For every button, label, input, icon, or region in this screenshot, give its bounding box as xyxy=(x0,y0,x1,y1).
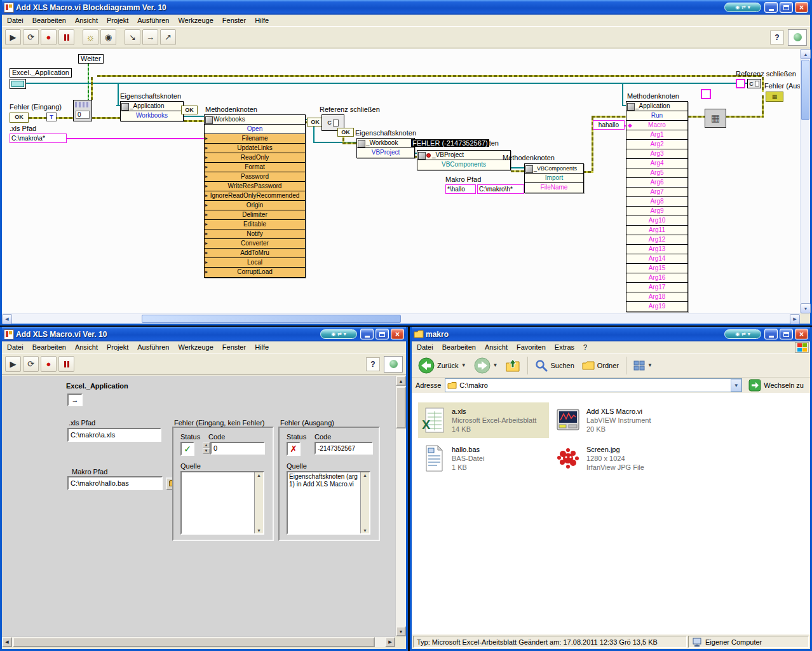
blockdiagram-titlebar[interactable]: Add XLS Macro.vi Blockdiagramm Ver. 10 ◉… xyxy=(2,0,810,15)
menu-item[interactable]: Werkzeuge xyxy=(173,15,217,26)
method-node3-arg-row[interactable]: Arg8 xyxy=(626,197,687,207)
method-node1-param-row[interactable]: Local xyxy=(205,258,305,268)
menu-item[interactable]: Datei xyxy=(3,15,28,26)
textarea-scrollbar[interactable]: ▲▼ xyxy=(254,472,263,533)
abort-button[interactable]: ● xyxy=(41,356,57,372)
menu-item[interactable]: Favoriten xyxy=(512,342,550,353)
retain-wire-values-button[interactable]: ◉ xyxy=(100,29,116,45)
method-node1-class-row[interactable]: Workbooks xyxy=(205,115,305,125)
menu-item[interactable]: Datei xyxy=(412,342,438,353)
scroll-left-arrow[interactable]: ◀ xyxy=(2,314,12,324)
property-node3[interactable]: _VBProject VBComponents xyxy=(417,150,511,170)
excel-application-refnum-control[interactable]: → xyxy=(67,394,83,406)
frontpanel-titlebar[interactable]: Add XLS Macro.vi Ver. 10 ◉⇄▾ × xyxy=(2,327,406,341)
method-node3-arg-row[interactable]: Arg18 xyxy=(626,292,687,302)
method-node1-param-row[interactable]: Password xyxy=(205,172,305,182)
context-help-button[interactable]: ? xyxy=(770,31,784,45)
fehler-free-label[interactable]: FEHLER (-2147352567)ten xyxy=(411,139,499,147)
maximize-button[interactable] xyxy=(780,2,793,13)
weiter-label[interactable]: Weiter xyxy=(78,54,104,64)
close-reference2-node[interactable]: C xyxy=(747,79,761,88)
menu-item[interactable]: Fenster xyxy=(218,342,250,353)
forward-button[interactable]: ▼ xyxy=(471,356,501,375)
method-node3-arg-row[interactable]: Arg11 xyxy=(626,226,687,235)
method-node3-arg-row[interactable]: Arg3 xyxy=(626,149,687,159)
minimize-button[interactable] xyxy=(764,2,778,13)
menu-item[interactable]: Bearbeiten xyxy=(28,15,71,26)
method-node3[interactable]: _Application Run ◆Macro Arg1Arg2Arg3Arg4… xyxy=(626,101,688,312)
method-node1[interactable]: Workbooks Open FilenameUpdateLinksReadOn… xyxy=(204,114,306,278)
method-node3-arg-row[interactable]: Arg5 xyxy=(626,168,687,178)
scroll-down-arrow[interactable]: ▼ xyxy=(396,626,406,636)
method-node3-arg-row[interactable]: Arg16 xyxy=(626,273,687,283)
fehler-ausgang-cluster[interactable]: Status ✗ Code Quelle Eigenschaftsknoten … xyxy=(278,427,380,541)
method-node1-param-row[interactable]: Origin xyxy=(205,201,305,210)
step-over-button[interactable]: → xyxy=(142,29,158,45)
maximize-button[interactable] xyxy=(780,329,793,339)
scroll-up-arrow[interactable]: ▲ xyxy=(257,473,261,477)
method-node1-param-row[interactable]: Editable xyxy=(205,220,305,230)
property-node3-property-row[interactable]: VBComponents xyxy=(417,160,510,170)
fehler-eingang-cluster[interactable]: Status ✓ Code ▲▼ Quelle ▲▼ xyxy=(172,427,274,541)
xls-path-input[interactable] xyxy=(67,428,161,442)
method-node3-arg-row[interactable]: Arg15 xyxy=(626,264,687,273)
menu-item[interactable]: Bearbeiten xyxy=(28,342,71,353)
method-node3-arg-row[interactable]: Arg7 xyxy=(626,188,687,197)
excel-application-terminal[interactable] xyxy=(10,79,26,89)
horizontal-scroll-thumb[interactable] xyxy=(142,315,401,323)
menu-item[interactable]: Datei xyxy=(3,342,28,353)
horizontal-scrollbar[interactable]: ◀ ▶ xyxy=(2,636,395,647)
scroll-up-arrow[interactable]: ▲ xyxy=(363,473,367,477)
class-specifier-constant[interactable] xyxy=(701,89,711,99)
scroll-down-arrow[interactable]: ▼ xyxy=(257,528,261,533)
menu-item[interactable]: Hilfe xyxy=(250,342,273,353)
address-dropdown-button[interactable]: ▼ xyxy=(731,379,741,392)
method-node3-arg-row[interactable]: Arg17 xyxy=(626,283,687,292)
run-continuous-button[interactable]: ⟳ xyxy=(23,29,39,45)
method-node3-arg-row[interactable]: Arg6 xyxy=(626,178,687,188)
close-button[interactable]: × xyxy=(391,329,404,339)
vertical-scroll-thumb[interactable] xyxy=(801,60,809,120)
close-button[interactable]: × xyxy=(795,329,808,339)
method-node3-arg-row[interactable]: Arg9 xyxy=(626,207,687,216)
menu-item[interactable]: Hilfe xyxy=(250,15,273,26)
pause-button[interactable] xyxy=(58,356,74,372)
file-list-area[interactable]: X a.xlsMicrosoft Excel-Arbeitsblatt14 KB… xyxy=(412,394,810,634)
scroll-up-arrow[interactable]: ▲ xyxy=(396,376,406,386)
quelle-textarea[interactable]: ▲▼ xyxy=(180,471,264,535)
method-node1-param-row[interactable]: Filename xyxy=(205,134,305,144)
views-button[interactable]: ▼ xyxy=(631,359,655,372)
bundle-node[interactable]: ▦ xyxy=(705,109,726,128)
scroll-right-arrow[interactable]: ▶ xyxy=(385,637,395,647)
step-out-button[interactable]: ↗ xyxy=(160,29,176,45)
maximize-button[interactable] xyxy=(376,329,389,339)
method-node1-param-row[interactable]: CorruptLoad xyxy=(205,268,305,277)
method-node3-arg-row[interactable]: Arg14 xyxy=(626,254,687,264)
run-button[interactable]: ▶ xyxy=(5,356,21,372)
menu-item[interactable]: Projekt xyxy=(102,342,133,353)
address-input[interactable]: C:\makro xyxy=(459,381,728,389)
menu-item[interactable]: Werkzeuge xyxy=(173,342,217,353)
error-in-constant[interactable]: OK xyxy=(10,113,29,123)
minimize-button[interactable] xyxy=(764,329,778,339)
minimize-button[interactable] xyxy=(360,329,374,339)
context-help-button[interactable]: ? xyxy=(366,357,380,371)
quelle-textarea[interactable]: Eigenschaftsknoten (arg 1) in Add XLS Ma… xyxy=(287,471,370,535)
xls-path-constant[interactable]: C:\makro\a* xyxy=(10,134,67,143)
file-tile-screen-jpg[interactable]: Screen.jpg1280 x 1024IrfanView JPG File xyxy=(553,441,684,476)
method-node1-param-row[interactable]: ReadOnly xyxy=(205,153,305,163)
method-node1-method-row[interactable]: Open xyxy=(205,125,305,134)
vertical-scrollbar[interactable]: ▲ ▼ xyxy=(800,49,810,313)
property-node1-property-row[interactable]: Workbooks xyxy=(121,111,183,121)
class-refnum-icon[interactable] xyxy=(736,79,745,88)
method-node1-param-row[interactable]: Notify xyxy=(205,230,305,239)
folders-button[interactable]: Ordner xyxy=(579,359,621,372)
error-constant[interactable]: OK xyxy=(337,128,354,137)
horizontal-scrollbar[interactable]: ◀ ▶ xyxy=(2,313,800,324)
method-node3-arg-row[interactable]: Arg1 xyxy=(626,130,687,140)
step-into-button[interactable]: ↘ xyxy=(125,29,140,45)
menu-item[interactable]: Projekt xyxy=(102,15,133,26)
property-node1[interactable]: _Application Workbooks xyxy=(120,101,184,121)
string-constant-hahallo[interactable]: hahallo xyxy=(593,120,625,130)
method-node2-method-row[interactable]: Import xyxy=(525,174,583,183)
